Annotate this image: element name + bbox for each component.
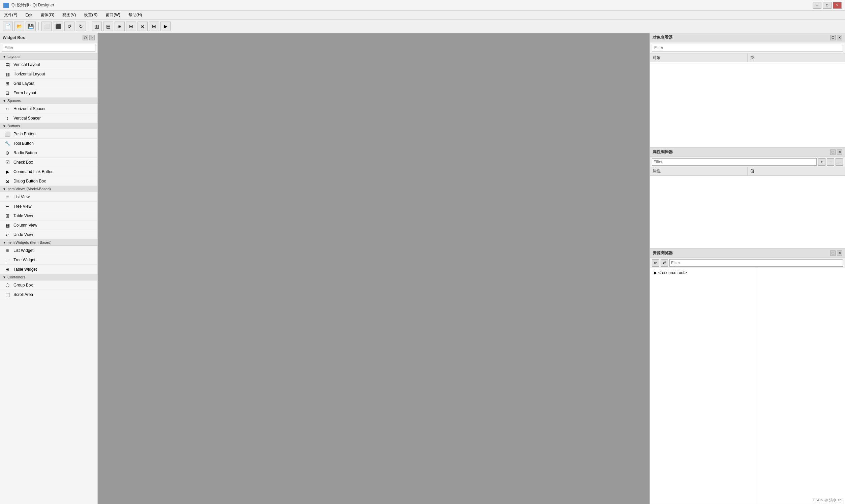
widget-form-layout[interactable]: ⊟ Form Layout — [0, 88, 98, 97]
widget-column-view[interactable]: ▦ Column View — [0, 220, 98, 230]
widget-undo-view[interactable]: ↩ Undo View — [0, 230, 98, 239]
menu-item-f[interactable]: 文件(F) — [3, 12, 19, 19]
toolbar-layout-f[interactable]: ⊟ — [126, 21, 136, 31]
resource-browser-float-btn[interactable]: ⬡ — [830, 251, 835, 256]
object-inspector-float-btn[interactable]: ⬡ — [830, 35, 835, 40]
widget-box-filter-input[interactable] — [2, 44, 96, 52]
menu-item-o[interactable]: 窗体(O) — [39, 12, 56, 19]
toolbar-layout-h[interactable]: ▥ — [92, 21, 102, 31]
property-add-btn[interactable]: + — [818, 158, 825, 166]
resource-tree-panel: ▶ <resource root> — [650, 268, 757, 504]
property-editor-close-btn[interactable]: ✕ — [837, 149, 842, 155]
widget-tool-button[interactable]: 🔧 Tool Button — [0, 139, 98, 148]
widget-vertical-layout[interactable]: ▤ Vertical Layout — [0, 60, 98, 69]
widget-tree-widget[interactable]: ⊢ Tree Widget — [0, 255, 98, 265]
vertical-layout-label: Vertical Layout — [14, 62, 40, 67]
object-inspector-body: 对象 类 — [650, 54, 845, 147]
widget-list-widget[interactable]: ≡ List Widget — [0, 246, 98, 255]
widget-horizontal-spacer[interactable]: ↔ Horizontal Spacer — [0, 104, 98, 113]
section-layouts-label: Layouts — [7, 55, 20, 58]
table-widget-icon: ⊞ — [4, 266, 11, 273]
close-button[interactable]: ✕ — [833, 2, 842, 9]
widget-scroll-area[interactable]: ⬚ Scroll Area — [0, 290, 98, 299]
resource-root-item[interactable]: ▶ <resource root> — [651, 269, 755, 276]
menu-item-h[interactable]: 帮助(H) — [127, 12, 143, 19]
toolbar-btn5[interactable]: ⬛ — [53, 21, 63, 31]
scroll-area-label: Scroll Area — [14, 292, 33, 297]
tool-button-label: Tool Button — [14, 141, 34, 146]
widget-tree-view[interactable]: ⊢ Tree View — [0, 202, 98, 211]
toolbar-new-btn[interactable]: 📄 — [3, 21, 13, 31]
section-buttons-label: Buttons — [7, 124, 20, 128]
widget-list: ▼ Layouts ▤ Vertical Layout ▥ Horizontal… — [0, 54, 98, 504]
property-editor-float-btn[interactable]: ⬡ — [830, 149, 835, 155]
widget-table-view[interactable]: ⊞ Table View — [0, 211, 98, 220]
resource-browser-close-btn[interactable]: ✕ — [837, 251, 842, 256]
section-item-views[interactable]: ▼ Item Views (Model-Based) — [0, 186, 98, 192]
object-inspector-header: 对象查看器 ⬡ ✕ — [650, 33, 845, 42]
section-item-widgets-arrow: ▼ — [3, 241, 6, 245]
toolbar-btn6[interactable]: ↺ — [64, 21, 74, 31]
table-view-label: Table View — [14, 213, 33, 218]
menu-bar: 文件(F)Edit窗体(O)视图(V)设置(S)窗口(W)帮助(H) — [0, 11, 845, 19]
grid-layout-icon: ⊞ — [4, 80, 11, 87]
menu-item-edit[interactable]: Edit — [24, 12, 34, 18]
dialog-button-box-label: Dialog Button Box — [14, 179, 46, 183]
resource-edit-btn[interactable]: ✏ — [652, 259, 659, 267]
group-box-label: Group Box — [14, 283, 33, 288]
widget-command-link-button[interactable]: ▶ Command Link Button — [0, 167, 98, 176]
widget-radio-button[interactable]: ⊙ Radio Button — [0, 148, 98, 158]
toolbar-layout-v[interactable]: ▤ — [103, 21, 113, 31]
group-box-icon: ⬡ — [4, 282, 11, 289]
section-buttons[interactable]: ▼ Buttons — [0, 123, 98, 129]
object-inspector-filter-input[interactable] — [652, 44, 843, 52]
property-col-value: 值 — [747, 167, 845, 175]
push-button-icon: ⬜ — [4, 131, 11, 137]
object-inspector-close-btn[interactable]: ✕ — [837, 35, 842, 40]
section-spacers[interactable]: ▼ Spacers — [0, 97, 98, 104]
property-more-btn[interactable]: … — [835, 158, 843, 166]
maximize-button[interactable]: □ — [823, 2, 831, 9]
widget-push-button[interactable]: ⬜ Push Button — [0, 129, 98, 139]
list-widget-icon: ≡ — [4, 247, 11, 254]
toolbar-layout-g[interactable]: ⊞ — [115, 21, 125, 31]
minimize-button[interactable]: ─ — [813, 2, 822, 9]
menu-item-v[interactable]: 视图(V) — [61, 12, 77, 19]
widget-table-widget[interactable]: ⊞ Table Widget — [0, 265, 98, 274]
toolbar-btn4[interactable]: ⬜ — [41, 21, 52, 31]
widget-horizontal-layout[interactable]: ▥ Horizontal Layout — [0, 69, 98, 79]
menu-item-s[interactable]: 设置(S) — [83, 12, 99, 19]
property-filter-input[interactable] — [652, 158, 817, 166]
widget-group-box[interactable]: ⬡ Group Box — [0, 281, 98, 290]
widget-grid-layout[interactable]: ⊞ Grid Layout — [0, 79, 98, 88]
command-link-button-icon: ▶ — [4, 168, 11, 175]
canvas-area[interactable] — [98, 33, 650, 504]
section-buttons-arrow: ▼ — [3, 124, 6, 128]
widget-dialog-button-box[interactable]: ⊠ Dialog Button Box — [0, 176, 98, 186]
section-item-widgets[interactable]: ▼ Item Widgets (Item-Based) — [0, 239, 98, 246]
toolbar-open-btn[interactable]: 📂 — [14, 21, 24, 31]
resource-refresh-btn[interactable]: ↺ — [661, 259, 668, 267]
widget-check-box[interactable]: ☑ Check Box — [0, 158, 98, 167]
menu-item-w[interactable]: 窗口(W) — [104, 12, 121, 19]
toolbar-adjust[interactable]: ⊞ — [149, 21, 159, 31]
toolbar-preview[interactable]: ▶ — [160, 21, 171, 31]
object-inspector-filter-row — [650, 42, 845, 54]
section-layouts[interactable]: ▼ Layouts — [0, 54, 98, 60]
toolbar-layout-break[interactable]: ⊠ — [138, 21, 148, 31]
property-remove-btn[interactable]: − — [827, 158, 834, 166]
undo-view-icon: ↩ — [4, 231, 11, 238]
resource-filter-input[interactable] — [669, 259, 843, 267]
section-containers[interactable]: ▼ Containers — [0, 274, 98, 281]
widget-box-close-btn[interactable]: ✕ — [89, 35, 95, 40]
property-editor: 属性编辑器 ⬡ ✕ + − … 属性 值 — [650, 147, 845, 249]
window-controls: ─ □ ✕ — [813, 2, 842, 9]
widget-box-float-btn[interactable]: ⬡ — [83, 35, 88, 40]
property-editor-header: 属性编辑器 ⬡ ✕ — [650, 147, 845, 157]
widget-list-view[interactable]: ≡ List View — [0, 192, 98, 202]
vertical-spacer-icon: ↕ — [4, 115, 11, 122]
toolbar-btn7[interactable]: ↻ — [76, 21, 86, 31]
toolbar-save-btn[interactable]: 💾 — [25, 21, 36, 31]
resource-browser-header: 资源浏览器 ⬡ ✕ — [650, 249, 845, 258]
widget-vertical-spacer[interactable]: ↕ Vertical Spacer — [0, 113, 98, 123]
